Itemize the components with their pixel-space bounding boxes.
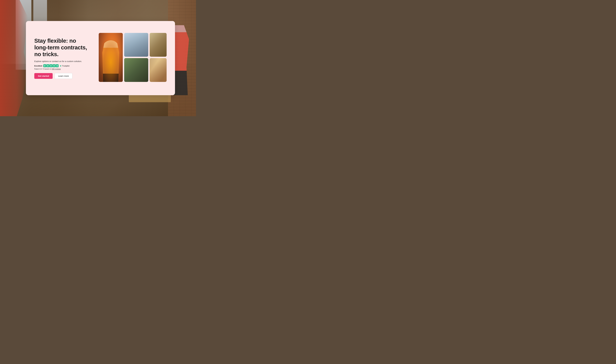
cta-buttons: Get started Learn more	[34, 73, 90, 79]
star-1	[43, 65, 46, 67]
learn-more-button[interactable]: Learn more	[55, 73, 72, 79]
rating-prefix: Rated	[34, 68, 39, 70]
trustpilot-row: Excellent ★ Trustp	[34, 65, 90, 67]
tp-logo-star: ★	[60, 65, 62, 67]
photo-team-collaboration	[150, 58, 167, 82]
svg-marker-2	[50, 65, 52, 67]
rating-value: 4.9	[39, 68, 42, 70]
rating-text: Rated 4.9 / 5 based on 836 reviews	[34, 68, 90, 70]
review-count-link[interactable]: 836 reviews	[52, 68, 61, 70]
card-content-left: Stay flexible: no long-term contracts, n…	[34, 37, 90, 79]
photo-video-call	[124, 58, 148, 82]
trustpilot-label: Excellent	[34, 65, 42, 67]
svg-marker-4	[56, 65, 58, 67]
svg-marker-0	[44, 65, 46, 67]
photo-grid	[99, 33, 167, 83]
trustpilot-logo: ★ Trustpilot	[60, 65, 69, 67]
photo-meeting	[124, 33, 148, 57]
trustpilot-logo-text: Trustpilot	[62, 65, 69, 67]
svg-marker-3	[53, 65, 55, 67]
photo-workspace-interior	[150, 33, 167, 57]
hero-card: Stay flexible: no long-term contracts, n…	[26, 21, 175, 95]
star-5	[56, 65, 59, 67]
star-2	[47, 65, 49, 67]
get-started-button[interactable]: Get started	[34, 73, 53, 79]
subtext: Explore options or contact us for a cust…	[34, 60, 90, 63]
star-4	[53, 65, 55, 67]
photo-woman-laptop	[99, 33, 123, 82]
rating-separator: / 5 based on	[42, 68, 52, 70]
headline: Stay flexible: no long-term contracts, n…	[34, 37, 90, 58]
svg-marker-1	[47, 65, 49, 67]
trustpilot-stars	[43, 65, 59, 67]
star-3	[50, 65, 52, 67]
